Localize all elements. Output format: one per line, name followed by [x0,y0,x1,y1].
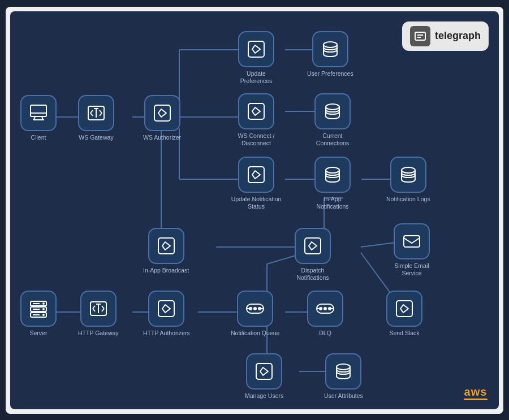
http-authorizers-icon [148,291,184,327]
svg-point-57 [42,308,45,310]
node-simple-email: Simple Email Service [386,223,437,278]
in-app-broadcast-label: In-App Broadcast [143,267,189,275]
simple-email-label: Simple Email Service [386,262,437,278]
svg-rect-69 [158,301,174,317]
svg-rect-42 [154,105,170,121]
node-current-connections: Current Connections [307,93,358,148]
svg-point-73 [258,307,261,310]
svg-line-37 [90,113,93,116]
node-ws-gateway: WS Gateway [78,95,114,142]
simple-email-icon [394,223,430,259]
node-http-gateway: HTTP Gateway [78,291,119,337]
node-ws-authorizer: WS Authorizer [143,95,181,142]
update-notif-icon [238,157,274,193]
send-slack-label: Send Slack [389,330,419,337]
node-ws-connect: WS Connect / Disconnect [231,93,282,148]
manage-users-icon [246,353,282,389]
node-user-attributes: User Attributes [324,353,363,400]
svg-line-39 [100,113,102,116]
ws-connect-icon [238,93,274,129]
in-app-broadcast-icon [148,228,184,264]
svg-point-49 [402,167,415,173]
node-in-app-notifs: In-App Notifications [307,157,358,211]
node-notif-queue: Notification Queue [231,291,279,337]
node-update-prefs: Update Preferences [231,31,282,85]
http-gateway-label: HTTP Gateway [78,330,119,337]
node-in-app-broadcast: In-App Broadcast [143,228,189,275]
dispatch-notifs-label: Dispatch Notifications [287,267,338,282]
user-prefs-label: User Preferences [307,70,353,78]
svg-line-38 [100,110,102,113]
svg-rect-83 [256,363,272,379]
svg-rect-45 [248,103,264,119]
user-attributes-label: User Attributes [324,392,363,400]
update-prefs-icon [238,31,274,67]
node-notif-logs: Notification Logs [386,157,430,203]
notif-logs-label: Notification Logs [386,196,430,203]
svg-rect-27 [415,32,425,40]
update-notif-label: Update Notification Status [231,196,282,211]
node-send-slack: Send Slack [386,291,422,337]
svg-line-66 [102,309,104,311]
ws-authorizer-label: WS Authorizer [143,134,181,142]
svg-point-72 [253,307,257,310]
svg-point-46 [326,104,339,110]
manage-users-label: Manage Users [245,392,283,400]
ws-gateway-icon [78,95,114,131]
user-attributes-icon [325,353,361,389]
ws-gateway-label: WS Gateway [79,134,113,142]
http-gateway-icon [80,291,117,327]
svg-point-44 [323,42,337,47]
update-prefs-label: Update Preferences [231,70,282,85]
svg-rect-43 [248,41,264,57]
svg-rect-30 [31,105,46,116]
client-icon [20,95,57,131]
svg-rect-52 [404,236,420,247]
aws-label: aws [464,386,488,399]
svg-rect-47 [248,167,264,183]
outer-border: telegraph Client [6,7,503,414]
dlq-icon [307,291,343,327]
notif-queue-icon [237,291,273,327]
node-manage-users: Manage Users [245,353,283,400]
server-label: Server [30,330,48,337]
node-user-prefs: User Preferences [307,31,353,78]
svg-point-78 [323,307,327,310]
server-icon [20,291,57,327]
aws-bar [464,399,488,400]
dlq-label: DLQ [319,330,331,337]
svg-line-63 [93,306,95,309]
current-connections-icon [314,93,351,129]
node-dispatch-notifs: Dispatch Notifications [287,228,338,282]
send-slack-icon [386,291,422,327]
client-label: Client [31,134,46,142]
diagram-container: telegraph Client [10,11,499,409]
svg-point-71 [249,307,252,310]
svg-point-77 [319,307,322,310]
notif-queue-label: Notification Queue [231,330,279,337]
svg-point-56 [42,302,45,305]
svg-rect-50 [158,238,174,254]
svg-point-84 [337,364,350,370]
in-app-notifs-label: In-App Notifications [307,196,358,211]
svg-point-79 [328,307,331,310]
aws-logo: aws [464,386,488,400]
node-client: Client [20,95,57,142]
telegraph-logo: telegraph [402,21,489,51]
telegraph-label: telegraph [435,30,481,42]
svg-rect-51 [305,238,321,254]
telegraph-icon [410,26,430,46]
svg-point-58 [42,314,45,316]
http-authorizers-label: HTTP Authorizers [143,330,190,337]
node-server: Server [20,291,57,337]
notif-logs-icon [390,157,426,193]
current-connections-label: Current Connections [307,132,358,148]
svg-point-48 [326,167,339,173]
node-dlq: DLQ [307,291,343,337]
svg-line-64 [93,309,95,311]
node-http-authorizers: HTTP Authorizers [143,291,190,337]
svg-rect-82 [396,301,412,317]
svg-line-65 [102,306,104,309]
ws-connect-label: WS Connect / Disconnect [231,132,282,148]
in-app-notifs-icon [314,157,351,193]
